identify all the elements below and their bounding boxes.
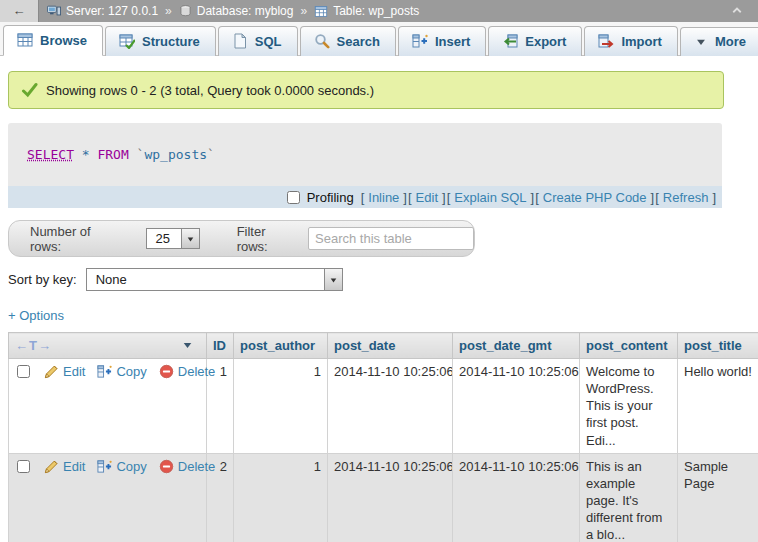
delete-icon [159, 364, 174, 379]
bracket: [ [655, 190, 659, 205]
bracket: ] [403, 190, 407, 205]
cell-post_date_gmt: 2014-11-10 10:25:06 [453, 359, 580, 454]
query-actions-bar: Profiling [ Inline ] [ Edit ] [ Explain … [8, 186, 722, 208]
copy-icon [97, 364, 112, 379]
column-nav-header: ←T→ [9, 333, 207, 359]
tab-export[interactable]: Export [488, 26, 582, 56]
tab-insert[interactable]: Insert [398, 26, 486, 56]
sql-table-name: wp_posts [144, 147, 207, 162]
rows-count-select[interactable]: 25 [146, 228, 200, 249]
sql-keyword-select[interactable]: SELECT [27, 147, 74, 162]
tab-label: More [715, 34, 746, 49]
column-nav-arrows[interactable]: ←T→ [15, 338, 52, 353]
breadcrumb-separator: » [165, 4, 172, 18]
status-message-text: Showing rows 0 - 2 (3 total, Query took … [46, 83, 374, 98]
tab-label: Import [621, 34, 661, 49]
dropdown-arrow-icon [186, 235, 195, 243]
bracket: ] [712, 190, 716, 205]
row-delete-link[interactable]: Delete [159, 458, 216, 475]
breadcrumb: Server: 127 0.0.1»Database: myblog»Table… [47, 4, 419, 18]
query-link-inline[interactable]: Inline [368, 190, 399, 205]
row-delete-link[interactable]: Delete [159, 363, 216, 380]
breadcrumb-bar: ← Server: 127 0.0.1»Database: myblog»Tab… [0, 0, 758, 22]
bracket: [ [361, 190, 365, 205]
row-edit-link[interactable]: Edit [44, 458, 85, 475]
phpmyadmin-browse-page: { "topbar": { "back_icon": "back-arrow-i… [0, 0, 758, 542]
tab-label: Structure [142, 34, 200, 49]
sort-by-key-label: Sort by key: [8, 272, 77, 287]
results-table: ←T→IDpost_authorpost_datepost_date_gmtpo… [8, 332, 758, 542]
column-header-post_content[interactable]: post_content [580, 333, 678, 359]
sql-backtick: ` [207, 147, 215, 162]
collapse-panel-button[interactable] [730, 4, 744, 19]
cell-post_content: Welcome to WordPress. This is your first… [580, 359, 678, 454]
tab-bar: BrowseStructureSQLSearchInsertExportImpo… [0, 22, 758, 56]
breadcrumb-item[interactable]: Database: myblog [197, 4, 294, 18]
query-link-explain-sql[interactable]: Explain SQL [454, 190, 526, 205]
server-icon [47, 4, 61, 18]
sql-query-box: SELECT * FROM `wp_posts` Profiling [ Inl… [8, 123, 722, 208]
column-header-post_date[interactable]: post_date [328, 333, 453, 359]
row-checkbox[interactable] [17, 365, 30, 378]
bracket: [ [535, 190, 539, 205]
bracket: ] [531, 190, 535, 205]
action-label: Delete [178, 363, 216, 380]
query-link-refresh[interactable]: Refresh [663, 190, 709, 205]
breadcrumb-separator: » [300, 4, 307, 18]
status-message: Showing rows 0 - 2 (3 total, Query took … [8, 71, 724, 109]
row-edit-link[interactable]: Edit [44, 363, 85, 380]
chevron-down-icon [694, 35, 708, 49]
cell-post_title: Hello world! [678, 359, 758, 454]
tab-label: Insert [435, 34, 470, 49]
sort-triangle-icon[interactable] [181, 340, 194, 351]
row-actions-cell: EditCopyDelete [9, 359, 207, 454]
pencil-icon [44, 364, 59, 379]
profiling-label[interactable]: Profiling [283, 188, 354, 207]
column-header-post_author[interactable]: post_author [234, 333, 328, 359]
breadcrumb-item[interactable]: Server: 127 0.0.1 [66, 4, 158, 18]
chevron-up-icon [730, 4, 744, 16]
tab-more[interactable]: More [680, 27, 758, 56]
query-link-edit[interactable]: Edit [416, 190, 438, 205]
action-label: Delete [178, 458, 216, 475]
tab-search[interactable]: Search [300, 26, 396, 56]
bracket: [ [447, 190, 451, 205]
row-copy-link[interactable]: Copy [97, 363, 146, 380]
tab-browse[interactable]: Browse [3, 25, 103, 56]
cell-post_author: 1 [234, 359, 328, 454]
success-check-icon [21, 82, 38, 98]
options-toggle-link[interactable]: + Options [8, 308, 64, 323]
cell-post_author: 1 [234, 453, 328, 542]
tab-label: Browse [40, 33, 87, 48]
row-checkbox[interactable] [17, 460, 30, 473]
filter-rows-input[interactable] [308, 227, 474, 250]
sql-query-text: SELECT * FROM `wp_posts` [8, 123, 722, 186]
back-button[interactable]: ← [0, 0, 39, 22]
database-icon [179, 4, 192, 18]
cell-post_content: This is an example page. It's different … [580, 453, 678, 542]
column-header-id[interactable]: ID [207, 333, 234, 359]
sql-star: * [82, 147, 90, 162]
import-icon [598, 33, 614, 49]
row-copy-link[interactable]: Copy [97, 458, 146, 475]
tab-import[interactable]: Import [584, 26, 677, 56]
query-link-create-php-code[interactable]: Create PHP Code [543, 190, 647, 205]
insert-icon [412, 33, 428, 49]
row-actions-cell: EditCopyDelete [9, 453, 207, 542]
dropdown-arrow-icon [329, 276, 338, 284]
sort-key-select[interactable]: None [86, 268, 343, 291]
export-icon [502, 33, 518, 49]
breadcrumb-item[interactable]: Table: wp_posts [333, 4, 419, 18]
bracket: ] [442, 190, 446, 205]
tab-sql[interactable]: SQL [218, 26, 298, 56]
cell-post_date: 2014-11-10 10:25:06 [328, 359, 453, 454]
cell-post_date: 2014-11-10 10:25:06 [328, 453, 453, 542]
tab-structure[interactable]: Structure [105, 26, 216, 56]
column-header-post_title[interactable]: post_title [678, 333, 758, 359]
bracket: ] [651, 190, 655, 205]
profiling-checkbox[interactable] [287, 191, 300, 204]
column-header-post_date_gmt[interactable]: post_date_gmt [453, 333, 580, 359]
filter-rows-label: Filter rows: [237, 224, 299, 254]
pencil-icon [44, 459, 59, 474]
sql-page-icon [232, 33, 248, 49]
